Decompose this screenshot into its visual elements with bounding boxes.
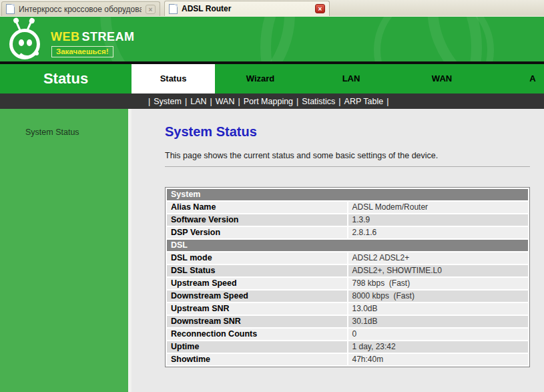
row-label: Upstream Speed bbox=[167, 278, 347, 289]
browser-tab-intercross[interactable]: Интеркросс кроссовое оборудовани... × bbox=[1, 1, 160, 16]
row-value: 47h:40m bbox=[348, 354, 529, 365]
page-title: System Status bbox=[165, 124, 544, 140]
subnav-link-wan[interactable]: WAN bbox=[216, 97, 235, 106]
subnav-separator: | bbox=[296, 97, 298, 106]
divider bbox=[165, 166, 530, 167]
subnav-separator: | bbox=[338, 97, 340, 106]
row-value: 1 day, 23:42 bbox=[348, 341, 529, 353]
close-tab-icon[interactable]: × bbox=[146, 5, 156, 14]
subnav-separator: | bbox=[210, 97, 212, 106]
close-tab-icon[interactable]: × bbox=[315, 4, 325, 13]
browser-tab-title: ADSL Router bbox=[182, 4, 311, 13]
row-value: 1.3.9 bbox=[348, 214, 529, 226]
table-row: DSL modeADSL2 ADSL2+ bbox=[167, 252, 528, 264]
row-value: 798 kbps (Fast) bbox=[348, 278, 529, 289]
brand-logo-text: WEBSTREAM bbox=[51, 30, 135, 44]
row-label: DSL Status bbox=[167, 265, 347, 276]
logo-web: WEB bbox=[51, 30, 80, 43]
row-value: ADSL2+, SHOWTIME.L0 bbox=[348, 265, 529, 276]
row-label: Downstream Speed bbox=[167, 290, 347, 302]
row-value: ADSL2 ADSL2+ bbox=[348, 252, 529, 264]
nav-tab-status[interactable]: Status bbox=[131, 64, 215, 93]
browser-tab-title: Интеркросс кроссовое оборудовани... bbox=[19, 5, 142, 14]
main-content: System Status This page shows the curren… bbox=[131, 109, 544, 392]
table-row: DSP Version2.8.1.6 bbox=[167, 227, 528, 238]
subnav-link-port-mapping[interactable]: Port Mapping bbox=[244, 97, 293, 106]
main-navbar: Status Status Wizard LAN WAN A bbox=[0, 61, 544, 93]
nav-tab-lan[interactable]: LAN bbox=[306, 64, 396, 93]
row-value: ADSL Modem/Router bbox=[348, 202, 529, 213]
row-label: Alias Name bbox=[167, 202, 347, 213]
webstream-mascot-icon bbox=[8, 19, 45, 59]
table-row: DSL StatusADSL2+, SHOWTIME.L0 bbox=[167, 265, 528, 276]
table-row: Upstream Speed798 kbps (Fast) bbox=[167, 278, 528, 289]
subnav-link-system[interactable]: System bbox=[154, 97, 182, 106]
row-label: Showtime bbox=[167, 354, 347, 365]
header-swirl-decoration bbox=[374, 17, 494, 61]
table-row: Showtime47h:40m bbox=[167, 354, 528, 365]
page-icon bbox=[169, 4, 178, 14]
row-label: Downstream SNR bbox=[167, 316, 347, 327]
brand-slogan-badge: Закачаешься! bbox=[51, 46, 113, 57]
table-row: Uptime1 day, 23:42 bbox=[167, 341, 528, 353]
row-label: Software Version bbox=[167, 214, 347, 226]
table-row: Alias NameADSL Modem/Router bbox=[167, 202, 528, 213]
table-row: Software Version1.3.9 bbox=[167, 214, 528, 226]
row-label: Reconnection Counts bbox=[167, 329, 347, 340]
row-label: DSL mode bbox=[167, 252, 347, 264]
table-row: Downstream Speed8000 kbps (Fast) bbox=[167, 290, 528, 302]
row-value: 8000 kbps (Fast) bbox=[348, 290, 529, 302]
table-row: Reconnection Counts0 bbox=[167, 329, 528, 340]
sidebar-item-system-status[interactable]: System Status bbox=[0, 109, 128, 137]
sidebar: System Status bbox=[0, 109, 131, 392]
row-label: DSP Version bbox=[167, 227, 347, 238]
table-section-title: System bbox=[167, 189, 528, 200]
subnav-separator: | bbox=[386, 97, 388, 106]
nav-section-title: Status bbox=[0, 64, 131, 93]
page-description: This page shows the current status and s… bbox=[165, 151, 525, 160]
brand-header: WEBSTREAM Закачаешься! bbox=[0, 17, 544, 61]
browser-tab-adsl-router[interactable]: ADSL Router × bbox=[164, 1, 330, 16]
table-row: Downstream SNR30.1dB bbox=[167, 316, 528, 327]
table-row: Upstream SNR13.0dB bbox=[167, 303, 528, 315]
table-section-title: DSL bbox=[167, 240, 528, 251]
subnav-link-statistics[interactable]: Statistics bbox=[302, 97, 335, 106]
subnav-separator: | bbox=[148, 97, 150, 106]
row-value: 0 bbox=[348, 329, 529, 340]
row-value: 2.8.1.6 bbox=[348, 227, 529, 238]
subnav-link-lan[interactable]: LAN bbox=[190, 97, 206, 106]
row-label: Upstream SNR bbox=[167, 303, 347, 315]
row-value: 30.1dB bbox=[348, 316, 529, 327]
page-icon bbox=[6, 4, 15, 14]
row-label: Uptime bbox=[167, 341, 347, 353]
logo-stream: STREAM bbox=[82, 30, 135, 43]
browser-tab-bar: Интеркросс кроссовое оборудовани... × AD… bbox=[0, 0, 544, 17]
status-table: SystemAlias NameADSL Modem/RouterSoftwar… bbox=[165, 187, 530, 367]
subnav-separator: | bbox=[185, 97, 187, 106]
subnav-separator: | bbox=[238, 97, 240, 106]
nav-tab-wan[interactable]: WAN bbox=[396, 64, 487, 93]
nav-tab-advanced[interactable]: A bbox=[487, 64, 544, 93]
status-table-body: SystemAlias NameADSL Modem/RouterSoftwar… bbox=[167, 189, 528, 365]
table-section-row: DSL bbox=[167, 240, 528, 251]
table-section-row: System bbox=[167, 189, 528, 200]
row-value: 13.0dB bbox=[348, 303, 529, 315]
sub-navbar: | System | LAN | WAN | Port Mapping | St… bbox=[0, 93, 544, 109]
nav-tab-wizard[interactable]: Wizard bbox=[215, 64, 306, 93]
page-body: System Status System Status This page sh… bbox=[0, 109, 544, 392]
subnav-link-arp-table[interactable]: ARP Table bbox=[344, 97, 384, 106]
